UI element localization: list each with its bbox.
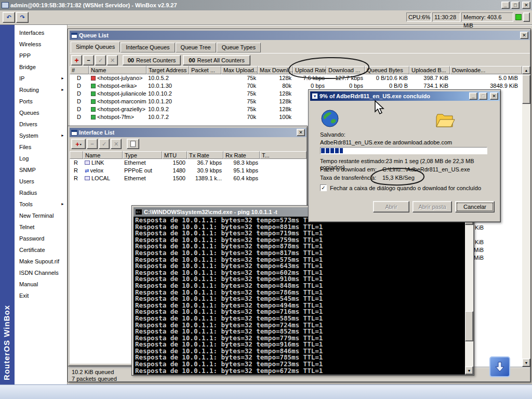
sidebar-menu: Interfaces Wireless PPP Bridge IP► Routi…: [15, 25, 68, 384]
sidebar-item-routing[interactable]: Routing►: [15, 84, 67, 96]
column-header-flags[interactable]: [70, 151, 83, 159]
queue-row[interactable]: D <hotspot-julyano> 10.0.5.2 75k 128k 7.…: [70, 74, 522, 82]
sidebar-item-password[interactable]: Password: [15, 233, 67, 244]
download-arrow-icon[interactable]: [489, 356, 510, 377]
winbox-title: admin@00:19:5B:38:71:82 (WSNet Servidor)…: [10, 2, 177, 8]
undo-button[interactable]: ↶: [3, 12, 15, 23]
column-header-tx-packet[interactable]: T...: [260, 151, 307, 159]
tab-queue-tree[interactable]: Queue Tree: [176, 43, 216, 52]
scrollbar-thumb[interactable]: [522, 75, 530, 104]
interface-row[interactable]: R LOCAL Ethernet 1500 1389.1 k... 60.4 k…: [70, 175, 307, 182]
sidebar-item-bridge[interactable]: Bridge: [15, 61, 67, 73]
interface-toolbar: +▾ − ✓ ✕: [70, 137, 307, 151]
scroll-down-icon[interactable]: ▼: [465, 366, 473, 375]
add-queue-button[interactable]: +: [71, 55, 82, 65]
disable-interface-button[interactable]: ✕: [111, 139, 122, 149]
column-header-max-upload[interactable]: Max Upload...: [221, 66, 258, 74]
column-header-rx-rate[interactable]: Rx Rate: [223, 151, 260, 159]
queue-close-button[interactable]: ✕: [520, 32, 528, 39]
minimize-button[interactable]: _: [501, 2, 510, 9]
cmd-output[interactable]: Resposta de 10.0.1.1: bytes=32 tempo=573…: [134, 217, 465, 375]
sidebar-item-ports[interactable]: Ports: [15, 96, 67, 107]
main-toolbar: ↶ ↷ CPU:6% 11:30:28 Memory: 403.6 MiB: [0, 10, 532, 25]
column-header-name[interactable]: Name: [83, 151, 123, 159]
queued-bytes-status: 10.2 KiB queued: [72, 369, 114, 375]
column-header-packet[interactable]: Packet ...: [189, 66, 221, 74]
sidebar-item-new-terminal[interactable]: New Terminal: [15, 210, 67, 221]
close-when-done-checkbox[interactable]: ✓: [320, 184, 327, 191]
column-header-max-download[interactable]: Max Downl...: [258, 66, 293, 74]
column-header-tx-rate[interactable]: Tx Rate: [187, 151, 223, 159]
queue-max-download: 80k: [258, 82, 293, 90]
interface-row[interactable]: R ⇄velox PPPoE out 1480 30.9 kbps 95.1 k…: [70, 167, 307, 175]
column-header-number[interactable]: #: [70, 66, 89, 74]
queue-queued-bytes: 0 B/0 B: [365, 82, 409, 90]
sidebar-item-manual[interactable]: Manual: [15, 278, 67, 290]
queue-max-download: 128k: [258, 105, 293, 113]
sidebar-item-tools[interactable]: Tools►: [15, 198, 67, 210]
column-header-download-rate[interactable]: Download ...: [326, 66, 365, 74]
cancel-button[interactable]: Cancelar: [455, 201, 495, 212]
queue-scrollbar[interactable]: ▲ ▼: [522, 66, 530, 367]
sidebar-item-log[interactable]: Log: [15, 153, 67, 164]
redo-button[interactable]: ↷: [16, 12, 29, 23]
queue-list-titlebar[interactable]: Queue List ✕: [70, 31, 530, 40]
interface-close-button[interactable]: ✕: [297, 129, 305, 136]
column-header-uploaded[interactable]: Uploaded B...: [409, 66, 450, 74]
sidebar-item-interfaces[interactable]: Interfaces: [15, 27, 67, 38]
tab-interface-queues[interactable]: Interface Queues: [121, 43, 175, 52]
queue-row[interactable]: D <hotspot-erika> 10.0.1.30 70k 80k 0 bp…: [70, 82, 522, 90]
sidebar-item-files[interactable]: Files: [15, 141, 67, 153]
dialog-close-button[interactable]: ✕: [490, 92, 498, 100]
sidebar-item-ip[interactable]: IP►: [15, 73, 67, 84]
cpu-value: 6%: [422, 14, 430, 20]
scroll-down-icon[interactable]: ▼: [522, 358, 530, 367]
column-header-name[interactable]: Name: [89, 66, 147, 74]
tab-queue-types[interactable]: Queue Types: [217, 43, 261, 52]
interface-rx-rate: 98.3 kbps: [223, 159, 260, 167]
cmd-scrollbar[interactable]: ▲ ▼: [465, 217, 473, 375]
reset-all-counters-button[interactable]: 00Reset All Counters: [183, 55, 250, 65]
column-header-downloaded[interactable]: Downloade...: [450, 66, 522, 74]
sidebar-item-exit[interactable]: Exit: [15, 290, 67, 301]
dialog-minimize-button[interactable]: _: [469, 92, 477, 100]
sidebar-item-queues[interactable]: Queues: [15, 107, 67, 118]
sidebar-item-wireless[interactable]: Wireless: [15, 38, 67, 50]
sidebar-item-telnet[interactable]: Telnet: [15, 221, 67, 233]
scrollbar-thumb[interactable]: [465, 311, 473, 341]
download-dialog-titlebar[interactable]: ▼ 9% of AdbeRdr811_en_US.exe concluído _…: [310, 91, 500, 101]
maximize-button[interactable]: □: [511, 2, 520, 9]
scroll-up-icon[interactable]: ▲: [522, 66, 530, 74]
sidebar-item-ppp[interactable]: PPP: [15, 50, 67, 61]
remove-interface-button[interactable]: −: [87, 139, 98, 149]
interface-type: PPPoE out: [123, 167, 162, 175]
add-interface-button[interactable]: +▾: [71, 139, 86, 149]
sidebar-item-users[interactable]: Users: [15, 176, 67, 187]
sidebar-item-make-supout[interactable]: Make Supout.rif: [15, 256, 67, 267]
torch-button[interactable]: [127, 139, 139, 149]
open-folder-button: Abrir pasta: [413, 201, 452, 212]
sidebar-item-label: Users: [19, 178, 34, 184]
enable-queue-button[interactable]: ✓: [95, 55, 106, 65]
sidebar-item-label: Tools: [19, 201, 33, 207]
disable-queue-button[interactable]: ✕: [107, 55, 118, 65]
column-header-queued-bytes[interactable]: Queued Bytes: [365, 66, 409, 74]
enable-interface-button[interactable]: ✓: [99, 139, 110, 149]
column-header-target[interactable]: Target Address: [147, 66, 189, 74]
sidebar-item-certificate[interactable]: Certificate: [15, 244, 67, 256]
remove-queue-button[interactable]: −: [83, 55, 94, 65]
column-header-upload-rate[interactable]: Upload Rate: [293, 66, 326, 74]
sidebar-item-isdn-channels[interactable]: ISDN Channels: [15, 267, 67, 278]
interface-row[interactable]: R LINK Ethernet 1500 36.7 kbps 98.3 kbps: [70, 159, 307, 167]
tab-simple-queues[interactable]: Simple Queues: [71, 42, 120, 52]
sidebar-item-snmp[interactable]: SNMP: [15, 164, 67, 176]
sidebar-item-system[interactable]: System►: [15, 130, 67, 141]
column-header-mtu[interactable]: MTU: [162, 151, 187, 159]
sidebar-item-drivers[interactable]: Drivers: [15, 118, 67, 130]
close-button[interactable]: ✕: [522, 2, 530, 9]
queue-max-download: 128k: [258, 98, 293, 105]
interface-list-titlebar[interactable]: Interface List ✕: [70, 128, 307, 137]
reset-counters-button[interactable]: 00Reset Counters: [123, 55, 181, 65]
sidebar-item-radius[interactable]: Radius: [15, 187, 67, 198]
column-header-type[interactable]: Type: [123, 151, 162, 159]
